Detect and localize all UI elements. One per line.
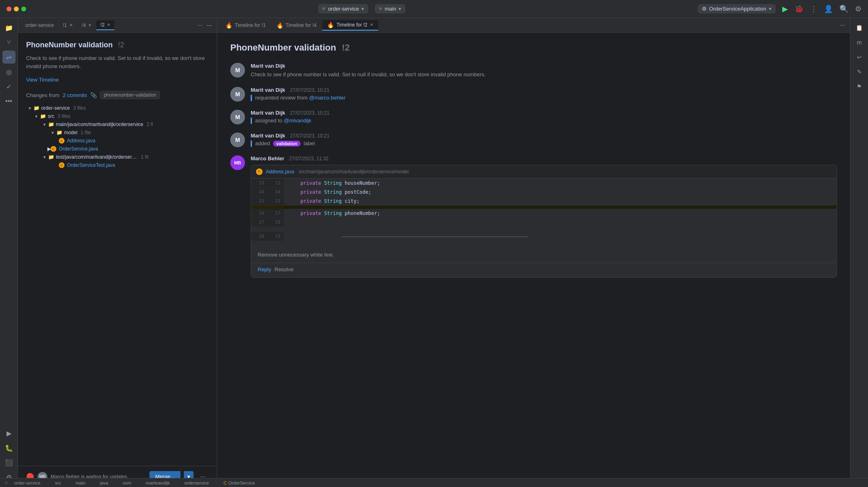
far-right-icon-1[interactable]: 📋 (853, 21, 866, 34)
tab-pr-4[interactable]: !4 ✕ (78, 21, 96, 30)
resolve-button[interactable]: Resolve (274, 266, 294, 272)
sidebar-item-pr[interactable]: ⇌ (2, 51, 16, 64)
tab-close-tl2[interactable]: ✕ (370, 22, 373, 27)
pr-content: PhoneNumber validation !2 Check to see i… (18, 33, 217, 466)
tab-pr-1[interactable]: !1 ✕ (59, 21, 77, 30)
far-right-icon-2[interactable]: m (853, 36, 866, 49)
titlebar: ⑂ order-service ▾ ⑂ main ▾ ⚙ OrderServic… (0, 0, 868, 18)
event-time-2: 27/07/2023, 10:21 (290, 87, 329, 93)
sidebar-item-more[interactable]: ••• (2, 95, 16, 108)
more-vert-icon[interactable]: ⋮ (810, 4, 817, 13)
activity-bar (251, 117, 252, 124)
sidebar-icons: 📁 ⑂ ⇌ ◎ ✓ ••• ▶ 🐛 ⬛ ⚙ (0, 18, 18, 487)
line-num-old: 17 (251, 218, 267, 226)
line-num-old: 18 (251, 232, 267, 241)
tree-item-test[interactable]: ▼ 📁 test/java/com/maritvandijk/orderserv… (26, 153, 209, 161)
commits-link[interactable]: 2 commits (63, 92, 87, 98)
tab-close-2[interactable]: ✕ (107, 22, 110, 27)
line-num-old (251, 206, 267, 209)
cursor-pointer: ▶ (47, 146, 51, 152)
maximize-button[interactable] (21, 7, 26, 11)
view-timeline-link[interactable]: View Timeline (26, 77, 209, 83)
sidebar-item-issues[interactable]: ◎ (2, 65, 16, 78)
tab-timeline-4[interactable]: 🔥 Timeline for !4 (272, 20, 322, 30)
mention-2: @marco.behler (309, 95, 345, 101)
event-activity-4: added validation label (251, 140, 837, 147)
tab-pr-2[interactable]: !2 ✕ (96, 20, 114, 30)
close-button[interactable] (7, 7, 11, 11)
chevron-down-icon: ▾ (769, 6, 772, 12)
right-tabs-more[interactable]: ⋯ (838, 20, 847, 30)
tree-root-name: order-service (41, 105, 70, 111)
branch-icon: ⑂ (379, 6, 382, 12)
settings-icon[interactable]: ⚙ (855, 4, 861, 13)
tab-timeline-2[interactable]: 🔥 Timeline for !2 ✕ (322, 20, 378, 31)
tabs-minimize-button[interactable]: — (205, 20, 214, 30)
tab-close-4[interactable]: ✕ (88, 23, 91, 27)
tree-item-model[interactable]: ▼ 📁 model 1 file (26, 128, 209, 137)
activity-bar (251, 95, 252, 101)
line-content: private String postCode; (284, 188, 837, 197)
tree-item-orderservicetest[interactable]: C OrderServiceTest.java (26, 161, 209, 169)
event-author-4: Marit van Dijk (251, 133, 285, 139)
timeline-event-3: M Marit van Dijk 27/07/2023, 10:21 assig… (230, 110, 837, 124)
code-line: 13 13 private String houseNumber; (251, 179, 837, 188)
sidebar-item-tasks[interactable]: ✓ (2, 80, 16, 93)
tree-item-main[interactable]: ▼ 📁 main/java/com/maritvandijk/orderserv… (26, 120, 209, 128)
sidebar-item-terminal[interactable]: ⬛ (2, 456, 16, 469)
status-maritvandijk: maritvandijk (146, 480, 170, 485)
line-num-old: 16 (251, 209, 267, 217)
app-name-selector[interactable]: ⚙ OrderServiceApplication ▾ (698, 4, 776, 13)
label-badge: validation (273, 141, 300, 146)
tab-close-1[interactable]: ✕ (69, 23, 73, 27)
tree-item-root[interactable]: ▼ 📁 order-service 3 files (26, 104, 209, 112)
changes-label: Changes from (26, 92, 60, 98)
timeline-page-title: PhoneNumber validation !2 (230, 42, 837, 53)
debug-icon[interactable]: 🐞 (795, 4, 803, 13)
line-nums (251, 206, 284, 209)
tabs-more-button[interactable]: ⋯ (196, 20, 204, 30)
run-icon[interactable]: ▶ (782, 4, 788, 13)
main-layout: 📁 ⑂ ⇌ ◎ ✓ ••• ▶ 🐛 ⬛ ⚙ order-service !1 ✕… (0, 18, 868, 487)
git-branch-icon: ⑂ (5, 480, 8, 485)
marit-avatar-1: M (230, 63, 245, 77)
line-nums: 18 19 (251, 232, 284, 241)
line-num-new (267, 206, 284, 209)
tab-timeline-1[interactable]: 🔥 Timeline for !1 (220, 20, 271, 30)
sidebar-item-git[interactable]: ⑂ (2, 36, 16, 49)
search-icon[interactable]: 🔍 (839, 4, 848, 13)
far-right-icon-4[interactable]: ✎ (853, 65, 866, 78)
tree-src-name: src (48, 113, 54, 119)
file-name: Address.java (266, 169, 294, 175)
line-num-new: 14 (267, 188, 284, 196)
line-content (285, 206, 837, 209)
far-right-icon-5[interactable]: ⚑ (853, 80, 866, 93)
changes-header: Changes from 2 commits 📎 phonenumber-val… (26, 91, 209, 99)
java-file-icon: C (59, 162, 65, 168)
user-icon[interactable]: 👤 (824, 4, 833, 13)
branch-selector[interactable]: ⑂ main ▾ (375, 4, 405, 13)
sidebar-item-run[interactable]: ▶ (2, 427, 16, 440)
tab-order-service[interactable]: order-service (21, 21, 58, 30)
status-repo: order-service (14, 480, 40, 485)
minimize-button[interactable] (14, 7, 19, 11)
sidebar-item-debug[interactable]: 🐛 (2, 441, 16, 454)
tree-src-count: 3 files (58, 113, 70, 119)
java-file-icon: C (51, 146, 56, 152)
tree-item-orderservice[interactable]: ▶ C OrderService.java (26, 145, 209, 153)
code-line-changed (251, 206, 837, 209)
event-author-5: Marco Behler (251, 155, 284, 162)
sidebar-item-folder[interactable]: 📁 (2, 21, 16, 34)
event-time-4: 27/07/2023, 10:21 (290, 133, 329, 139)
file-icon-sm: C (256, 168, 263, 175)
line-num-old: 15 (251, 197, 267, 205)
reply-button[interactable]: Reply (258, 266, 271, 272)
app-icon: ⚙ (702, 6, 707, 12)
far-right-icon-3[interactable]: ↩ (853, 51, 866, 64)
app-name: OrderServiceApplication (709, 6, 766, 12)
tree-item-src[interactable]: ▼ 📁 src 3 files (26, 112, 209, 120)
repo-selector[interactable]: ⑂ order-service ▾ (318, 4, 368, 13)
event-time-5: 27/07/2023, 11:32 (289, 156, 329, 162)
mention-3: @mlvandijk (284, 117, 311, 124)
tree-item-address[interactable]: C Address.java (26, 137, 209, 145)
